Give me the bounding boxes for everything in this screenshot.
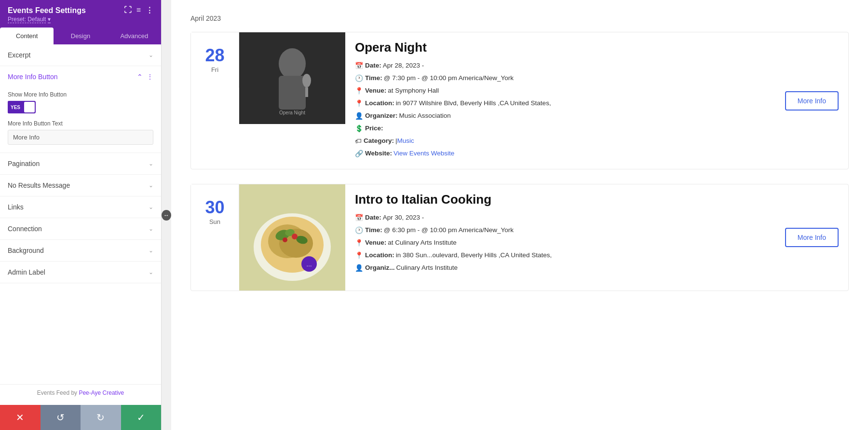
panel-tabs: Content Design Advanced — [0, 28, 161, 44]
collapse-icon[interactable]: ⌃ — [137, 73, 143, 81]
excerpt-chevron-icon: ⌄ — [149, 52, 153, 58]
meta-time-opera: 🕐 Time: @ 7:30 pm - @ 10:00 pm America/N… — [355, 73, 775, 83]
section-more-options-icon[interactable]: ⋮ — [147, 73, 153, 81]
meta-website-opera: 🔗 Website: View Events Website — [355, 149, 775, 159]
event-details-opera: Opera Night 📅 Date: Apr 28, 2023 - 🕐 Tim… — [345, 32, 785, 169]
event-day-cooking: 30 — [205, 199, 224, 216]
section-background-label: Background — [8, 247, 44, 254]
event-day-opera: 28 — [205, 47, 224, 64]
section-links[interactable]: Links ⌄ — [0, 196, 161, 218]
meta-location-opera: 📍 Location: in 9077 Wilshire Blvd, Bever… — [355, 98, 775, 109]
resize-circle-icon: ↔ — [162, 210, 171, 221]
save-button[interactable]: ✓ — [121, 405, 162, 430]
section-more-info-label: More Info Button — [8, 73, 58, 81]
section-links-label: Links — [8, 203, 24, 211]
more-info-button-text-input[interactable] — [8, 130, 153, 145]
section-no-results-label: No Results Message — [8, 181, 70, 189]
event-image-opera: Opera Night — [239, 32, 345, 124]
meta-price-opera: 💲 Price: — [355, 124, 775, 134]
meta-organizer-cooking: 👤 Organiz... Culinary Arts Institute — [355, 263, 775, 273]
clock-icon-cooking: 🕐 — [355, 225, 363, 236]
section-connection-label: Connection — [8, 225, 42, 233]
website-icon-opera: 🔗 — [355, 149, 363, 159]
footer-link[interactable]: Pee-Aye Creative — [79, 389, 124, 396]
section-more-info-header[interactable]: More Info Button ⌃ ⋮ — [0, 66, 161, 87]
price-icon-opera: 💲 — [355, 124, 363, 134]
panel-title-text: Events Feed Settings — [8, 6, 86, 15]
event-weekday-opera: Fri — [211, 66, 218, 73]
tab-design[interactable]: Design — [54, 28, 107, 44]
website-link-opera[interactable]: View Events Website — [393, 149, 454, 158]
calendar-icon-cooking: 📅 — [355, 213, 363, 223]
bottom-action-bar: ✕ ↺ ↻ ✓ — [0, 405, 161, 430]
footer-text: Events Feed by — [37, 389, 79, 396]
panel-content: Excerpt ⌄ More Info Button ⌃ ⋮ Show More… — [0, 44, 161, 430]
section-more-info-button: More Info Button ⌃ ⋮ Show More Info Butt… — [0, 66, 161, 153]
meta-time-cooking: 🕐 Time: @ 6:30 pm - @ 10:00 pm America/N… — [355, 225, 775, 236]
meta-organizer-opera: 👤 Organizer: Music Association — [355, 111, 775, 121]
toggle-knob — [24, 102, 35, 112]
section-excerpt-label: Excerpt — [8, 51, 30, 59]
resize-handle[interactable]: ↔ — [162, 0, 171, 430]
event-weekday-cooking: Sun — [209, 218, 220, 225]
svg-point-15 — [292, 234, 298, 239]
meta-location-cooking: 📍 Location: in 380 Sun...oulevard, Bever… — [355, 250, 775, 261]
section-excerpt[interactable]: Excerpt ⌄ — [0, 44, 161, 66]
section-pagination[interactable]: Pagination ⌄ — [0, 153, 161, 175]
organizer-icon-opera: 👤 — [355, 111, 363, 121]
organizer-icon-cooking: 👤 — [355, 263, 363, 273]
no-results-chevron-icon: ⌄ — [149, 182, 153, 189]
category-icon-opera: 🏷 — [355, 136, 362, 146]
section-pagination-label: Pagination — [8, 160, 40, 167]
more-info-button-cooking[interactable]: More Info — [785, 228, 839, 247]
meta-category-opera: 🏷 Category: | Music — [355, 136, 775, 146]
show-more-info-toggle[interactable]: YES — [8, 101, 36, 113]
event-card-opera-night: 28 Fri Opera Night Opera Night — [190, 32, 849, 169]
left-panel: Events Feed Settings ⛶ ≡ ⋮ Preset: Defau… — [0, 0, 162, 430]
tab-advanced[interactable]: Advanced — [108, 28, 161, 44]
preset-label[interactable]: Preset: Default ▾ — [8, 16, 153, 28]
section-admin-label[interactable]: Admin Label ⌄ — [0, 262, 161, 283]
section-background[interactable]: Background ⌄ — [0, 240, 161, 262]
cancel-button[interactable]: ✕ — [0, 405, 41, 430]
meta-venue-cooking: 📍 Venue: at Culinary Arts Institute — [355, 238, 775, 248]
more-options-icon[interactable]: ⋮ — [146, 6, 153, 15]
show-toggle-label: Show More Info Button — [8, 91, 153, 98]
show-toggle-row: YES — [8, 101, 153, 113]
event-image-cooking: … — [239, 184, 345, 291]
category-link-opera[interactable]: Music — [397, 136, 414, 146]
section-more-info-icons: ⌃ ⋮ — [137, 73, 153, 81]
toggle-yes-label: YES — [8, 101, 23, 113]
svg-point-16 — [283, 237, 287, 242]
section-admin-label-text: Admin Label — [8, 268, 45, 276]
location-icon-cooking: 📍 — [355, 250, 363, 261]
calendar-icon: 📅 — [355, 61, 363, 71]
links-chevron-icon: ⌄ — [149, 204, 153, 210]
panel-title-icons: ⛶ ≡ ⋮ — [124, 6, 153, 15]
pin-icon-cooking-venue: 📍 — [355, 238, 363, 248]
pagination-chevron-icon: ⌄ — [149, 160, 153, 167]
admin-label-chevron-icon: ⌄ — [149, 269, 153, 276]
svg-text:Opera Night: Opera Night — [279, 110, 305, 115]
undo-button[interactable]: ↺ — [41, 405, 81, 430]
event-date-box-cooking: 30 Sun — [191, 184, 239, 240]
resize-icon[interactable]: ⛶ — [124, 6, 132, 15]
section-connection[interactable]: Connection ⌄ — [0, 218, 161, 240]
redo-button[interactable]: ↻ — [81, 405, 121, 430]
event-title-opera: Opera Night — [355, 40, 775, 55]
columns-icon[interactable]: ≡ — [136, 6, 141, 15]
meta-date-opera: 📅 Date: Apr 28, 2023 - — [355, 61, 775, 71]
background-chevron-icon: ⌄ — [149, 247, 153, 254]
right-content: April 2023 28 Fri Opera Night — [171, 0, 868, 430]
more-info-body: Show More Info Button YES More Info Butt… — [0, 87, 161, 153]
month-label: April 2023 — [190, 14, 849, 22]
event-date-box-opera: 28 Fri — [191, 32, 239, 88]
svg-text:…: … — [306, 261, 312, 268]
section-no-results[interactable]: No Results Message ⌄ — [0, 175, 161, 196]
panel-footer: Events Feed by Pee-Aye Creative — [0, 384, 161, 401]
connection-chevron-icon: ⌄ — [149, 225, 153, 232]
tab-content[interactable]: Content — [0, 28, 54, 44]
meta-date-cooking: 📅 Date: Apr 30, 2023 - — [355, 213, 775, 223]
more-info-button-opera[interactable]: More Info — [785, 91, 839, 111]
pin-icon-opera-venue: 📍 — [355, 86, 363, 96]
